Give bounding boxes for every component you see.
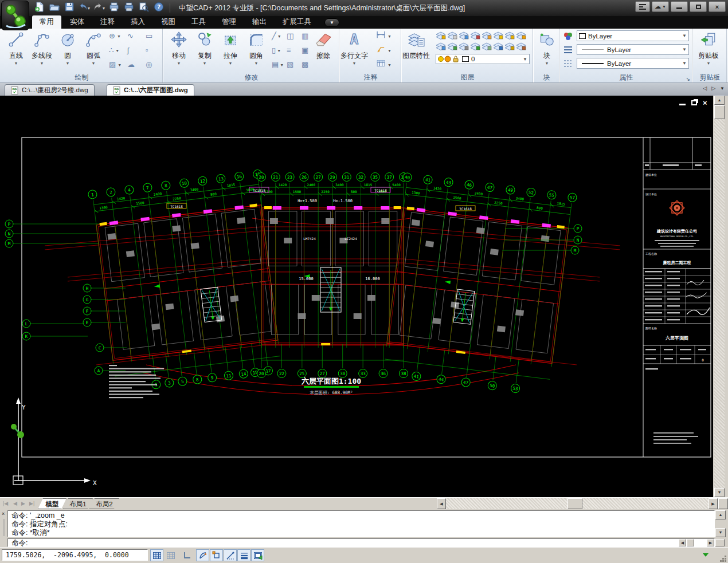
layer-tool-button[interactable] bbox=[436, 31, 446, 40]
ribbon-tab-管理[interactable]: 管理 bbox=[214, 15, 244, 29]
cmd-hscroll-left[interactable]: ◀ bbox=[679, 539, 686, 546]
toggle-osnap[interactable] bbox=[210, 549, 223, 561]
dialog-launcher-icon[interactable]: ↘ bbox=[686, 76, 690, 82]
layer-tool-button[interactable] bbox=[504, 31, 515, 40]
chevron-down-icon[interactable]: ▼ bbox=[682, 47, 687, 52]
cmd-scroll-up-button[interactable]: ▲ bbox=[715, 510, 726, 519]
doc-restore-button[interactable] bbox=[691, 100, 697, 105]
draw-tool-button[interactable]: ▨▼ bbox=[109, 60, 123, 69]
open-file-button[interactable] bbox=[48, 2, 61, 14]
toggle-grid[interactable] bbox=[150, 549, 163, 561]
dropdown-arrow-icon[interactable]: ▼ bbox=[87, 6, 91, 10]
modify-tool-button[interactable]: ▤▼ bbox=[272, 60, 285, 69]
layer-tool-button[interactable] bbox=[459, 31, 469, 40]
minimize-button[interactable] bbox=[671, 1, 688, 12]
图层特性-button[interactable]: 图层特性 bbox=[404, 30, 429, 74]
table-button[interactable]: ▼ bbox=[376, 60, 390, 69]
layer-tool-button[interactable] bbox=[516, 42, 526, 51]
print-button[interactable] bbox=[123, 2, 135, 14]
prev-tab-button[interactable]: ◀ bbox=[11, 498, 19, 509]
toggle-polar[interactable] bbox=[196, 549, 209, 561]
linetype-icon[interactable] bbox=[563, 45, 573, 57]
拉伸-button[interactable]: 拉伸▼ bbox=[218, 30, 243, 74]
layout-tab-布局2[interactable]: 布局2 bbox=[89, 498, 119, 509]
ribbon-tab-实体[interactable]: 实体 bbox=[62, 15, 92, 29]
移动-button[interactable]: 移动▼ bbox=[166, 30, 191, 74]
toolbar-style-button[interactable] bbox=[635, 1, 650, 12]
command-grip[interactable] bbox=[3, 519, 3, 536]
ribbon-tab-视图[interactable]: 视图 bbox=[154, 15, 183, 29]
first-tab-button[interactable]: |◀ bbox=[1, 498, 10, 509]
dropdown-arrow-icon[interactable]: ▼ bbox=[102, 6, 106, 10]
ribbon-tab-扩展工具[interactable]: 扩展工具 bbox=[275, 15, 319, 29]
ribbon-tab-注释[interactable]: 注释 bbox=[93, 15, 122, 29]
layer-tool-button[interactable] bbox=[493, 42, 503, 51]
draw-tool-button[interactable]: ∴▼ bbox=[109, 45, 123, 55]
dropdown-arrow-icon[interactable]: ▼ bbox=[203, 61, 207, 65]
layer-tool-button[interactable] bbox=[459, 42, 469, 51]
vertical-scrollbar[interactable]: ▲ ▼ bbox=[714, 96, 725, 497]
dropdown-arrow-icon[interactable]: ▼ bbox=[177, 61, 181, 65]
layer-tool-button[interactable] bbox=[482, 42, 492, 51]
toggle-otrack[interactable] bbox=[224, 549, 237, 561]
chevron-down-icon[interactable]: ▼ bbox=[523, 57, 527, 62]
draw-tool-button[interactable]: ⊕▼ bbox=[109, 31, 123, 41]
draw-tool-button[interactable]: ▭ bbox=[146, 31, 159, 41]
app-logo[interactable] bbox=[1, 1, 29, 30]
chevron-down-icon[interactable]: ▼ bbox=[682, 33, 687, 38]
dropdown-arrow-icon[interactable]: ▼ bbox=[229, 61, 233, 65]
块-button[interactable]: 块▼ bbox=[534, 30, 559, 74]
ribbon-tab-工具[interactable]: 工具 bbox=[184, 15, 213, 29]
layer-tool-button[interactable] bbox=[493, 31, 503, 40]
ribbon-collapse-button[interactable]: ▼ bbox=[324, 18, 339, 27]
剪贴板-button[interactable]: 剪贴板▼ bbox=[696, 30, 721, 74]
tab-list-icon[interactable]: ▼ bbox=[720, 86, 725, 91]
layer-tool-button[interactable] bbox=[436, 42, 446, 51]
复制-button[interactable]: 复制▼ bbox=[192, 30, 217, 74]
擦除-button[interactable]: 擦除 bbox=[311, 30, 336, 74]
ribbon-tab-插入[interactable]: 插入 bbox=[123, 15, 152, 29]
lineweight-icon[interactable] bbox=[563, 59, 573, 70]
command-history[interactable]: 命令: '_.zoom _e命令: 指定对角点:命令: *取消* bbox=[7, 510, 715, 537]
cmd-hscroll-right[interactable]: ▶ bbox=[707, 539, 714, 546]
dropdown-arrow-icon[interactable]: ▼ bbox=[92, 61, 96, 65]
scroll-down-button[interactable]: ▼ bbox=[714, 488, 725, 497]
scroll-up-button[interactable]: ▲ bbox=[714, 96, 725, 105]
doc-minimize-button[interactable] bbox=[679, 104, 686, 105]
status-expand-icon[interactable] bbox=[703, 553, 709, 557]
draw-tool-button[interactable]: ▫ bbox=[146, 45, 159, 55]
layout-tab-模型[interactable]: 模型 bbox=[38, 498, 66, 509]
toggle-ortho[interactable] bbox=[180, 549, 193, 561]
圆弧-button[interactable]: 圆弧▼ bbox=[81, 30, 106, 74]
undo-button[interactable]: ▼ bbox=[78, 2, 91, 14]
layer-tool-button[interactable] bbox=[470, 31, 480, 40]
draw-tool-button[interactable]: ☁ bbox=[127, 60, 141, 69]
linetype-select[interactable]: ByLayer▼ bbox=[577, 44, 689, 55]
layer-select[interactable]: 0▼ bbox=[436, 54, 530, 64]
圆-button[interactable]: 圆▼ bbox=[55, 30, 80, 74]
toggle-snap[interactable] bbox=[164, 549, 177, 561]
layer-tool-button[interactable] bbox=[447, 31, 457, 40]
maximize-button[interactable] bbox=[690, 1, 707, 12]
layer-tool-button[interactable] bbox=[482, 31, 492, 40]
圆角-button[interactable]: 圆角▼ bbox=[244, 30, 269, 74]
toggle-lwt[interactable] bbox=[237, 549, 251, 561]
draw-tool-button[interactable]: ∿ bbox=[127, 31, 141, 41]
toggle-model[interactable] bbox=[251, 549, 264, 561]
document-tab[interactable]: DWGC:\...\六层平面图.dwg bbox=[107, 84, 194, 96]
layer-tool-button[interactable] bbox=[516, 31, 526, 40]
doc-close-button[interactable]: × bbox=[703, 99, 707, 107]
object-color-icon[interactable] bbox=[563, 32, 573, 43]
layer-tool-button[interactable] bbox=[447, 42, 457, 51]
draw-tool-button[interactable]: ʃ bbox=[127, 45, 141, 55]
dropdown-arrow-icon[interactable]: ▼ bbox=[545, 61, 549, 65]
modify-tool-button[interactable]: ▧ bbox=[287, 60, 300, 69]
多行文字-button[interactable]: A多行文字▼ bbox=[342, 30, 367, 74]
hscrollbar-thumb[interactable] bbox=[567, 498, 582, 509]
ribbon-tab-输出[interactable]: 输出 bbox=[245, 15, 274, 29]
command-prompt[interactable]: 命令: bbox=[7, 538, 715, 547]
dim-button[interactable]: ▼ bbox=[376, 31, 390, 41]
dropdown-arrow-icon[interactable]: ▼ bbox=[353, 61, 357, 65]
tab-scroll-right-icon[interactable]: ▷ bbox=[711, 85, 715, 91]
dropdown-arrow-icon[interactable]: ▼ bbox=[66, 61, 70, 65]
